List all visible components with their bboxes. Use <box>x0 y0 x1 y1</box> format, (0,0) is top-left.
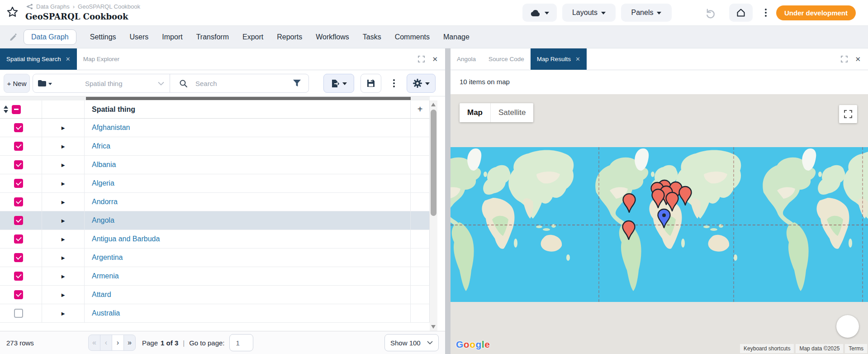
attribution-terms[interactable]: Terms <box>845 344 867 353</box>
export-button[interactable] <box>323 74 354 93</box>
cloud-menu-button[interactable] <box>522 4 557 22</box>
filter-funnel-icon[interactable] <box>293 79 301 87</box>
goto-page-input[interactable] <box>229 334 253 351</box>
row-checkbox[interactable] <box>14 123 23 132</box>
left-tab-spatial-thing-search[interactable]: Spatial thing Search✕ <box>0 48 77 70</box>
satellite-view-button[interactable]: Satellite <box>490 103 533 122</box>
row-checkbox[interactable] <box>14 234 23 244</box>
red-map-marker[interactable] <box>621 220 636 240</box>
attribution-map-data-2025[interactable]: Map data ©2025 <box>796 344 843 353</box>
red-map-marker[interactable] <box>678 186 693 206</box>
nav-tab-tasks[interactable]: Tasks <box>363 33 381 41</box>
table-row[interactable]: ▶Armenia <box>0 267 430 286</box>
row-checkbox[interactable] <box>14 216 23 225</box>
map-view-button[interactable]: Map <box>460 103 490 122</box>
table-row[interactable]: ▶Africa <box>0 137 430 156</box>
nav-tab-reports[interactable]: Reports <box>277 33 302 41</box>
nav-tab-transform[interactable]: Transform <box>196 33 229 41</box>
nav-tab-import[interactable]: Import <box>162 33 182 41</box>
row-checkbox[interactable] <box>14 142 23 151</box>
new-button[interactable]: + New <box>4 74 30 93</box>
layouts-button[interactable]: Layouts <box>562 4 616 22</box>
favorite-star-icon[interactable] <box>6 6 19 18</box>
nav-tab-data-graph[interactable]: Data Graph <box>24 29 76 45</box>
nav-tab-manage[interactable]: Manage <box>443 33 470 41</box>
type-select-value[interactable]: Spatial thing <box>85 80 123 87</box>
row-label[interactable]: Argentina <box>92 254 123 262</box>
left-tab-map-explorer[interactable]: Map Explorer <box>77 48 126 70</box>
row-label[interactable]: Afghanistan <box>92 124 130 132</box>
right-tab-source-code[interactable]: Source Code <box>482 48 531 70</box>
row-checkbox[interactable] <box>14 272 23 281</box>
close-tab-icon[interactable]: ✕ <box>66 56 71 62</box>
expand-arrow-icon[interactable]: ▶ <box>62 125 65 130</box>
settings-gear-button[interactable] <box>407 74 436 93</box>
table-row[interactable]: ▶Antigua and Barbuda <box>0 230 430 249</box>
add-column-button[interactable]: + <box>411 100 429 118</box>
row-label[interactable]: Australia <box>92 309 120 317</box>
nav-tab-users[interactable]: Users <box>130 33 149 41</box>
scroll-down-arrow[interactable] <box>431 325 436 329</box>
vertical-scrollbar[interactable] <box>430 100 437 331</box>
table-row[interactable]: ▶Angola <box>0 211 430 230</box>
row-label[interactable]: Attard <box>92 291 111 299</box>
undo-icon[interactable] <box>704 7 716 19</box>
right-tab-angola[interactable]: Angola <box>451 48 482 70</box>
expand-arrow-icon[interactable]: ▶ <box>62 181 65 186</box>
table-row[interactable]: ▶Afghanistan <box>0 119 430 137</box>
row-label[interactable]: Armenia <box>92 272 119 280</box>
select-all-checkbox[interactable] <box>12 105 21 114</box>
expand-panel-icon[interactable] <box>418 56 425 62</box>
row-checkbox[interactable] <box>14 253 23 262</box>
map-canvas[interactable]: Map Satellite Google Keyboard shortcutsM… <box>451 94 868 354</box>
expand-arrow-icon[interactable]: ▶ <box>62 218 65 223</box>
pager-button[interactable]: ‹ <box>100 335 112 351</box>
expand-arrow-icon[interactable]: ▶ <box>62 274 65 279</box>
row-label[interactable]: Angola <box>92 216 114 225</box>
table-row[interactable]: ▶Albania <box>0 156 430 174</box>
table-row[interactable]: ▶Algeria <box>0 174 430 193</box>
panel-divider[interactable] <box>445 48 451 354</box>
attribution-keyboard-shortcuts[interactable]: Keyboard shortcuts <box>740 344 794 353</box>
breadcrumb-item-current[interactable]: GeoSPARQL Cookbook <box>78 3 140 10</box>
row-label[interactable]: Africa <box>92 142 110 150</box>
row-label[interactable]: Albania <box>92 161 116 169</box>
close-panel-icon[interactable]: ✕ <box>432 55 438 63</box>
nav-tab-workflows[interactable]: Workflows <box>316 33 349 41</box>
toolbar-kebab-menu[interactable] <box>386 74 402 93</box>
nav-tab-comments[interactable]: Comments <box>395 33 430 41</box>
google-logo[interactable]: Google <box>456 339 490 350</box>
folder-dropdown[interactable] <box>38 80 52 87</box>
red-map-marker[interactable] <box>651 188 665 208</box>
row-checkbox[interactable] <box>14 309 23 318</box>
row-checkbox[interactable] <box>14 290 23 299</box>
breadcrumb-item[interactable]: Data Graphs <box>36 3 70 10</box>
home-button[interactable] <box>729 4 753 22</box>
expand-arrow-icon[interactable]: ▶ <box>62 255 65 260</box>
graph-back-icon[interactable] <box>25 3 33 10</box>
nav-tab-settings[interactable]: Settings <box>90 33 116 41</box>
vertical-scrollbar-thumb[interactable] <box>431 110 436 216</box>
map-pan-control[interactable] <box>836 315 859 338</box>
expand-panel-icon[interactable] <box>841 56 848 62</box>
save-button[interactable] <box>360 74 381 93</box>
chevron-down-icon[interactable] <box>158 81 164 86</box>
search-input[interactable] <box>195 77 281 90</box>
expand-arrow-icon[interactable]: ▶ <box>62 237 65 242</box>
red-map-marker[interactable] <box>622 193 636 213</box>
panels-button[interactable]: Panels <box>621 4 672 22</box>
expand-arrow-icon[interactable]: ▶ <box>62 200 65 205</box>
horizontal-scrollbar-thumb[interactable] <box>86 97 411 100</box>
close-panel-icon[interactable]: ✕ <box>855 55 861 63</box>
blue-map-marker[interactable] <box>657 208 671 228</box>
row-label[interactable]: Andorra <box>92 198 118 206</box>
right-tab-map-results[interactable]: Map Results✕ <box>531 48 587 70</box>
nav-tab-export[interactable]: Export <box>242 33 263 41</box>
expand-arrow-icon[interactable]: ▶ <box>62 163 65 167</box>
header-kebab-menu[interactable] <box>758 4 773 22</box>
scroll-up-arrow[interactable] <box>431 103 436 106</box>
table-row[interactable]: ▶Argentina <box>0 249 430 267</box>
pager-button[interactable]: » <box>123 335 136 351</box>
row-label[interactable]: Antigua and Barbuda <box>92 235 160 243</box>
table-row[interactable]: ▶Andorra <box>0 193 430 211</box>
